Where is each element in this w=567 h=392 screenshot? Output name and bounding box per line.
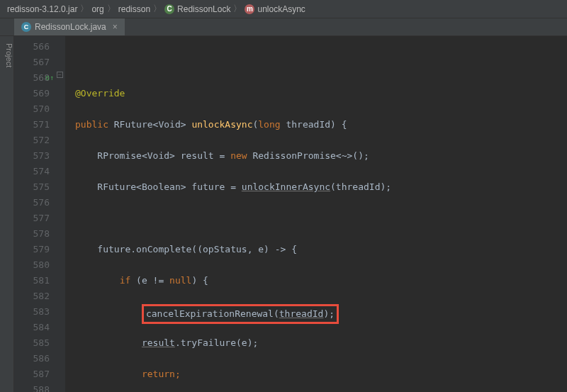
chevron-right-icon: 〉: [153, 3, 162, 15]
line-number: 581: [17, 273, 50, 289]
class-icon: C: [164, 4, 174, 14]
chevron-right-icon: 〉: [80, 3, 89, 15]
override-marker-icon[interactable]: o↑: [45, 70, 54, 86]
breadcrumb-pkg1[interactable]: org: [91, 4, 103, 14]
line-number: 568o↑: [17, 70, 50, 86]
line-number: 579: [17, 242, 50, 257]
code-area[interactable]: @Override public RFuture<Void> unlockAsy…: [65, 36, 567, 392]
line-number: 578: [17, 226, 50, 242]
line-number: 566: [17, 39, 50, 55]
close-icon[interactable]: ×: [113, 22, 118, 32]
line-number: 571: [17, 117, 50, 133]
tab-filename: RedissonLock.java: [35, 22, 106, 32]
line-number: 572: [17, 133, 50, 148]
line-number: 567: [17, 55, 50, 70]
fold-gutter[interactable]: −: [55, 36, 65, 392]
line-number: 580: [17, 257, 50, 273]
editor-tabs: C RedissonLock.java ×: [0, 18, 567, 36]
line-number: 582: [17, 289, 50, 304]
breadcrumb-class[interactable]: RedissonLock: [177, 4, 230, 14]
line-number: 570: [17, 101, 50, 117]
line-number: 575: [17, 179, 50, 195]
tab-file[interactable]: C RedissonLock.java ×: [14, 18, 125, 35]
line-number: 584: [17, 320, 50, 335]
chevron-right-icon: 〉: [107, 3, 116, 15]
line-number: 583: [17, 304, 50, 320]
line-number: 577: [17, 211, 50, 226]
line-number: 573: [17, 148, 50, 164]
line-number: 587: [17, 366, 50, 382]
breadcrumb-jar[interactable]: redisson-3.12.0.jar: [7, 4, 77, 14]
project-tool-button[interactable]: Project: [0, 36, 14, 392]
chevron-right-icon: 〉: [233, 3, 242, 15]
line-number: 576: [17, 195, 50, 211]
line-number: 569: [17, 86, 50, 101]
java-class-icon: C: [21, 22, 31, 32]
line-gutter[interactable]: 566 567 568o↑ 569 570 571 572 573 574 57…: [14, 36, 55, 392]
line-number: 586: [17, 351, 50, 366]
fold-marker-icon[interactable]: −: [57, 72, 63, 78]
line-number: 585: [17, 335, 50, 351]
breadcrumb-method[interactable]: unlockAsync: [257, 4, 305, 14]
highlighted-call-1: cancelExpirationRenewal(threadId);: [142, 304, 339, 324]
line-number: 574: [17, 164, 50, 179]
line-number: 588: [17, 382, 50, 392]
method-icon: m: [245, 4, 254, 14]
editor: Project 566 567 568o↑ 569 570 571 572 57…: [0, 36, 567, 392]
breadcrumb-pkg2[interactable]: redisson: [118, 4, 150, 14]
breadcrumb[interactable]: redisson-3.12.0.jar 〉 org 〉 redisson 〉 C…: [0, 0, 567, 18]
